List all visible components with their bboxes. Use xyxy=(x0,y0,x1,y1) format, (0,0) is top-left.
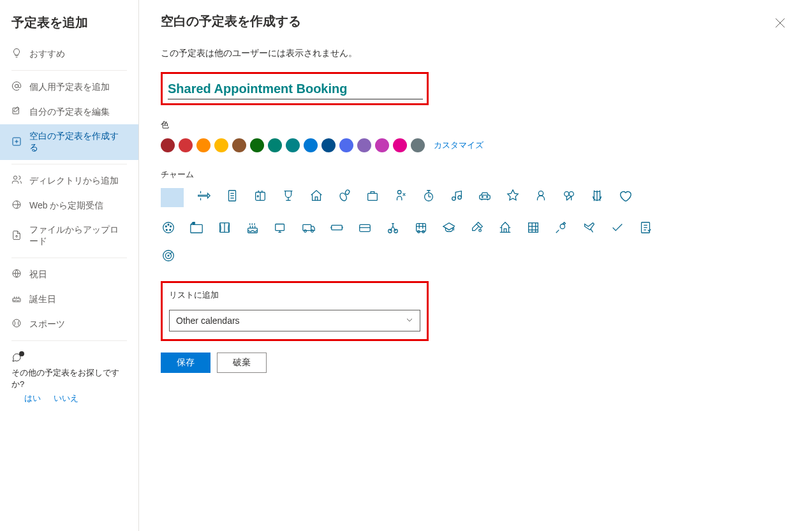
color-swatch-3[interactable] xyxy=(214,138,228,152)
charm-27[interactable] xyxy=(441,220,457,235)
svg-point-5 xyxy=(13,176,17,179)
svg-rect-59 xyxy=(332,225,343,229)
charm-3[interactable] xyxy=(253,188,268,203)
divider xyxy=(11,70,127,71)
page-title: 空白の予定表を作成する xyxy=(161,13,790,30)
charm-23[interactable] xyxy=(329,220,344,235)
color-swatch-0[interactable] xyxy=(161,138,175,152)
close-button[interactable] xyxy=(770,13,790,33)
sidebar-item-5[interactable]: Web から定期受信 xyxy=(0,193,138,218)
color-swatch-12[interactable] xyxy=(375,138,389,152)
color-swatch-6[interactable] xyxy=(268,138,282,152)
action-buttons: 保存 破棄 xyxy=(161,353,790,373)
color-label: 色 xyxy=(161,119,790,131)
calendar-name-input[interactable] xyxy=(168,79,423,99)
sidebar-item-7[interactable]: 祝日 xyxy=(0,262,138,287)
charm-28[interactable] xyxy=(469,220,485,235)
charm-26[interactable] xyxy=(413,220,429,235)
color-swatch-14[interactable] xyxy=(411,138,425,152)
color-swatch-1[interactable] xyxy=(179,138,193,152)
color-swatch-11[interactable] xyxy=(357,138,371,152)
color-swatch-10[interactable] xyxy=(339,138,353,152)
sidebar-item-9[interactable]: スポーツ xyxy=(0,312,138,337)
charm-35[interactable] xyxy=(161,248,176,263)
footer-yes-link[interactable]: はい xyxy=(24,393,41,404)
charm-label: チャーム xyxy=(161,169,790,180)
charm-20[interactable] xyxy=(245,220,260,235)
charm-7[interactable] xyxy=(365,188,380,203)
charm-4[interactable] xyxy=(281,188,296,203)
charm-11[interactable] xyxy=(477,188,492,203)
sidebar-item-3[interactable]: 空白の予定表を作成する xyxy=(0,124,138,160)
charm-13[interactable] xyxy=(533,188,549,203)
svg-point-46 xyxy=(166,229,167,231)
charm-10[interactable] xyxy=(449,188,464,203)
charm-25[interactable] xyxy=(385,220,401,235)
charm-30[interactable] xyxy=(526,220,541,235)
charm-9[interactable] xyxy=(421,188,436,203)
sidebar-item-8[interactable]: 誕生日 xyxy=(0,287,138,312)
svg-rect-25 xyxy=(344,189,350,195)
charm-18[interactable] xyxy=(189,220,204,235)
sidebar-item-label: 自分の予定表を編集 xyxy=(29,106,110,118)
charm-34[interactable] xyxy=(638,220,653,235)
sidebar-item-6[interactable]: ファイルからアップロード xyxy=(0,218,138,254)
save-button[interactable]: 保存 xyxy=(161,353,210,373)
color-swatch-4[interactable] xyxy=(232,138,246,152)
charm-5[interactable] xyxy=(309,188,324,203)
color-swatch-13[interactable] xyxy=(393,138,407,152)
charm-24[interactable] xyxy=(357,220,373,235)
discard-button[interactable]: 破棄 xyxy=(217,353,267,373)
svg-point-70 xyxy=(479,229,482,232)
charm-22[interactable] xyxy=(301,220,316,235)
addtolist-highlight: リストに追加 Other calendars xyxy=(161,281,429,341)
charm-33[interactable] xyxy=(610,220,625,235)
svg-rect-56 xyxy=(303,224,311,230)
svg-point-27 xyxy=(397,191,401,194)
charm-15[interactable] xyxy=(589,188,605,203)
upload-icon xyxy=(11,230,22,242)
sidebar-item-1[interactable]: 個人用予定表を追加 xyxy=(0,75,138,99)
svg-point-37 xyxy=(565,192,569,196)
dropdown-value: Other calendars xyxy=(176,316,240,326)
svg-point-58 xyxy=(311,230,314,233)
svg-rect-26 xyxy=(368,193,378,200)
svg-point-49 xyxy=(193,223,195,224)
sidebar-item-0[interactable]: おすすめ xyxy=(0,41,138,66)
color-swatch-7[interactable] xyxy=(286,138,300,152)
charm-32[interactable] xyxy=(582,220,597,235)
svg-point-84 xyxy=(168,255,169,256)
charm-19[interactable] xyxy=(217,220,232,235)
charm-12[interactable] xyxy=(505,188,520,203)
charm-16[interactable] xyxy=(617,188,633,203)
description: この予定表は他のユーザーには表示されません。 xyxy=(161,48,790,59)
charm-grid xyxy=(161,188,658,263)
color-swatch-9[interactable] xyxy=(321,138,336,152)
charm-6[interactable] xyxy=(337,188,352,203)
color-swatch-2[interactable] xyxy=(196,138,210,152)
color-swatch-8[interactable] xyxy=(304,138,318,152)
charm-0[interactable] xyxy=(161,188,184,207)
svg-point-57 xyxy=(304,230,307,233)
footer-text: その他の予定表をお探しですか? xyxy=(11,367,127,390)
sidebar-item-4[interactable]: ディレクトリから追加 xyxy=(0,168,138,193)
color-swatch-5[interactable] xyxy=(250,138,264,152)
sidebar-item-2[interactable]: 自分の予定表を編集 xyxy=(0,99,138,124)
sidebar-item-label: 祝日 xyxy=(29,269,47,280)
customize-link[interactable]: カスタマイズ xyxy=(434,140,484,151)
addtolist-dropdown[interactable]: Other calendars xyxy=(169,310,420,331)
footer-no-link[interactable]: いいえ xyxy=(54,393,78,404)
charm-31[interactable] xyxy=(554,220,569,235)
charm-14[interactable] xyxy=(561,188,577,203)
svg-point-47 xyxy=(170,229,171,231)
svg-rect-60 xyxy=(360,224,371,231)
charm-29[interactable] xyxy=(498,220,513,235)
charm-17[interactable] xyxy=(161,220,176,235)
charm-2[interactable] xyxy=(225,188,240,203)
edit-icon xyxy=(11,106,22,118)
globe-sync-icon xyxy=(11,200,22,212)
charm-1[interactable] xyxy=(196,188,212,203)
addtolist-label: リストに追加 xyxy=(169,289,420,301)
charm-21[interactable] xyxy=(273,220,288,235)
charm-8[interactable] xyxy=(393,188,408,203)
